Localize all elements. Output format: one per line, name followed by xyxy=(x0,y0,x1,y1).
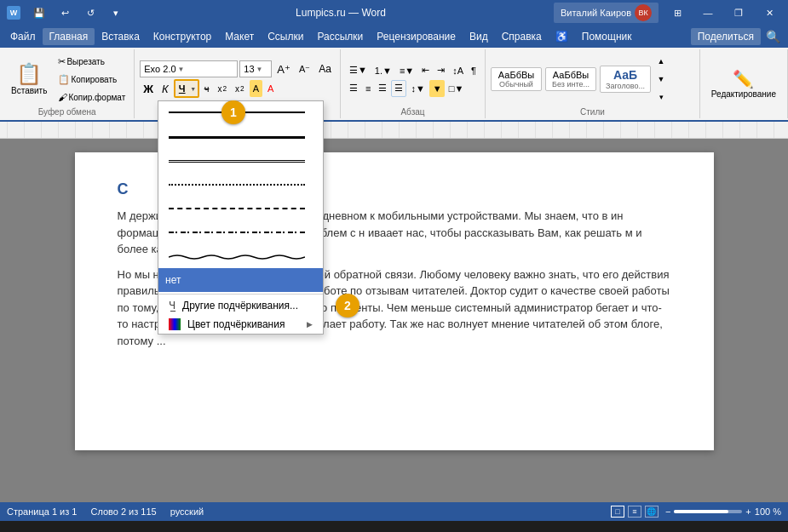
style-normal[interactable]: АаБбВы Обычный xyxy=(491,67,542,91)
layouts-button[interactable]: ⊞ xyxy=(665,1,689,25)
ribbon-search-button[interactable]: 🔍 xyxy=(761,25,785,49)
redo-button[interactable]: ↺ xyxy=(78,1,102,25)
borders-button[interactable]: □▼ xyxy=(446,80,468,97)
underline-option-double[interactable] xyxy=(158,149,323,173)
menu-assistant[interactable]: Помощник xyxy=(575,28,639,45)
styles-top: АаБбВы Обычный АаБбВы Без инте... АаБ За… xyxy=(491,53,694,106)
style-heading[interactable]: АаБ Заголово... xyxy=(600,66,651,93)
font-shrink-button[interactable]: A⁻ xyxy=(296,60,313,77)
underline-option-wavy[interactable] xyxy=(158,244,323,268)
styles-expand-button[interactable]: ▲ ▼ ▾ xyxy=(654,53,668,106)
increase-indent-button[interactable]: ⇥ xyxy=(434,62,448,79)
editing-button[interactable]: ✏️ Редактирование xyxy=(705,58,782,111)
restore-button[interactable]: ❐ xyxy=(727,1,751,25)
clipboard-label: Буфер обмена xyxy=(5,106,129,117)
highlight-button[interactable]: А xyxy=(250,80,262,97)
more-underlines-button[interactable]: Ч̲ Другие подчёркивания... xyxy=(158,296,323,315)
menu-references[interactable]: Ссылки xyxy=(261,28,310,45)
ribbon-groups-row: 📋 Вставить ✂ Вырезать 📋 Копировать 🖌 Коп… xyxy=(0,49,788,118)
double-line-visual xyxy=(169,160,305,163)
underline-option-dotdash[interactable] xyxy=(158,220,323,244)
menu-file[interactable]: Файл xyxy=(3,28,43,45)
style-no-spacing[interactable]: АаБбВы Без инте... xyxy=(545,67,596,91)
styles-label: Стили xyxy=(491,106,694,117)
menu-accessibility[interactable]: ♿ xyxy=(549,28,575,45)
menu-design[interactable]: Конструктор xyxy=(147,28,218,45)
align-right-button[interactable]: ☰ xyxy=(375,80,390,97)
clear-format-button[interactable]: Aa xyxy=(315,60,335,77)
more-underlines-icon: Ч̲ xyxy=(169,300,175,312)
menu-layout[interactable]: Макет xyxy=(218,28,261,45)
styles-up-arrow: ▲ xyxy=(658,57,665,66)
underline-dropdown-arrow[interactable]: ▼ xyxy=(189,81,198,96)
para-label: Абзац xyxy=(346,106,480,117)
menu-review[interactable]: Рецензирование xyxy=(370,28,463,45)
username-label: Виталий Каиров xyxy=(561,8,631,18)
clipboard-group: 📋 Вставить ✂ Вырезать 📋 Копировать 🖌 Коп… xyxy=(0,49,135,118)
underline-btn-container[interactable]: Ч ▼ xyxy=(174,79,199,98)
menubar: Файл Главная Вставка Конструктор Макет С… xyxy=(0,26,788,48)
undo-button[interactable]: ↩ xyxy=(53,1,77,25)
underline-dotted-line xyxy=(169,180,305,190)
align-justify-button[interactable]: ☰ xyxy=(391,80,406,97)
read-mode-button[interactable]: ≡ xyxy=(628,506,641,518)
callout-2-label: 2 xyxy=(344,299,351,312)
ruler xyxy=(0,122,788,139)
color-submenu-arrow: ▶ xyxy=(307,320,313,329)
underline-option-none[interactable]: нет xyxy=(158,268,323,292)
strikethrough-button[interactable]: ч xyxy=(201,80,213,97)
shading-button[interactable]: ▼ xyxy=(429,80,445,97)
web-layout-button[interactable]: 🌐 xyxy=(645,506,659,518)
word-icon: W xyxy=(7,6,20,20)
menu-view[interactable]: Вид xyxy=(463,28,495,45)
underline-color-button[interactable]: Цвет подчёркивания ▶ xyxy=(158,315,323,334)
user-badge[interactable]: Виталий Каиров ВК xyxy=(554,3,659,23)
font-grow-button[interactable]: A⁺ xyxy=(273,60,294,77)
align-left-button[interactable]: ☰ xyxy=(346,80,361,97)
menu-share[interactable]: Поделиться xyxy=(691,28,761,45)
numbering-button[interactable]: 1.▼ xyxy=(371,62,395,79)
sort-button[interactable]: ↕A xyxy=(449,62,467,79)
pilcrow-button[interactable]: ¶ xyxy=(468,62,480,79)
editing-label: Редактирование xyxy=(711,89,776,99)
font-controls: Exo 2.0 ▼ 13 ▼ A⁺ A⁻ Aa Ж К xyxy=(140,60,335,98)
more-button[interactable]: ▾ xyxy=(104,1,128,25)
italic-button[interactable]: К xyxy=(158,80,172,97)
menu-insert[interactable]: Вставка xyxy=(95,28,147,45)
paste-button[interactable]: 📋 Вставить xyxy=(5,53,53,106)
menu-mailings[interactable]: Рассылки xyxy=(310,28,370,45)
bullets-button[interactable]: ☰▼ xyxy=(346,62,371,79)
titlebar: W 💾 ↩ ↺ ▾ Lumpics.ru — Word Виталий Каир… xyxy=(0,0,788,26)
zoom-in-button[interactable]: + xyxy=(745,506,751,517)
zoom-out-button[interactable]: − xyxy=(665,506,670,517)
close-button[interactable]: ✕ xyxy=(757,1,781,25)
underline-color-icon xyxy=(169,318,181,330)
bold-button[interactable]: Ж xyxy=(140,80,157,97)
font-color-button[interactable]: А xyxy=(264,80,277,97)
subscript-button[interactable]: x2 xyxy=(214,80,230,97)
save-button[interactable]: 💾 xyxy=(27,1,51,25)
underline-option-dash[interactable] xyxy=(158,197,323,220)
superscript-button[interactable]: x2 xyxy=(232,80,248,97)
paste-label: Вставить xyxy=(11,86,47,95)
underline-option-dotted[interactable] xyxy=(158,173,323,197)
underline-button[interactable]: Ч xyxy=(175,81,189,96)
ruler-body xyxy=(7,122,781,138)
editing-icon: ✏️ xyxy=(733,69,754,89)
decrease-indent-button[interactable]: ⇤ xyxy=(418,62,433,79)
copy-button[interactable]: 📋 Копировать xyxy=(55,71,129,88)
cut-button[interactable]: ✂ Вырезать xyxy=(55,53,129,70)
line-spacing-button[interactable]: ↕▼ xyxy=(407,80,428,97)
minimize-button[interactable]: — xyxy=(696,1,720,25)
menu-home[interactable]: Главная xyxy=(43,28,95,45)
callout-2: 2 xyxy=(336,294,359,317)
multilevel-button[interactable]: ≡▼ xyxy=(396,62,417,79)
align-center-button[interactable]: ≡ xyxy=(362,80,374,97)
zoom-slider[interactable] xyxy=(674,510,742,513)
menu-help[interactable]: Справка xyxy=(495,28,549,45)
underline-option-thick[interactable] xyxy=(158,125,323,149)
print-layout-button[interactable]: □ xyxy=(611,506,624,518)
font-size-select[interactable]: 13 ▼ xyxy=(239,60,272,77)
font-name-select[interactable]: Exo 2.0 ▼ xyxy=(140,60,238,77)
format-copy-button[interactable]: 🖌 Копир.формат xyxy=(55,89,129,106)
